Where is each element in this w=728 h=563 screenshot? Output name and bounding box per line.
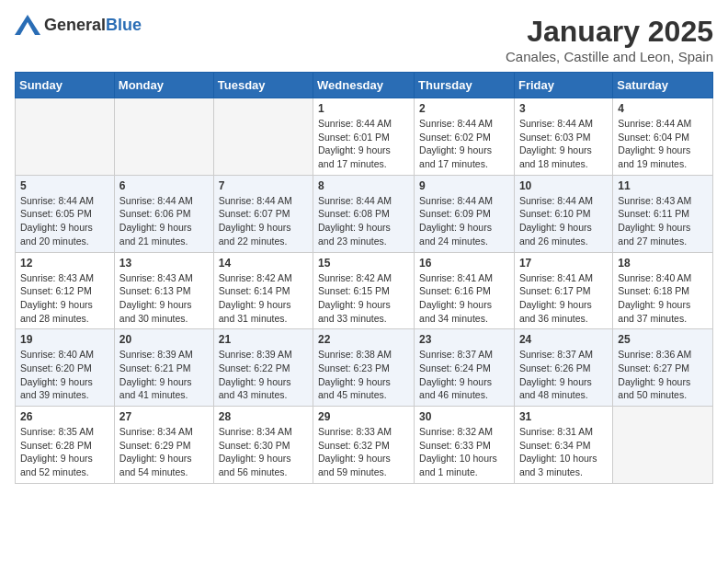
day-number: 13	[119, 257, 209, 270]
day-number: 24	[519, 333, 608, 346]
day-number: 28	[219, 410, 308, 423]
day-cell: 12Sunrise: 8:43 AM Sunset: 6:12 PM Dayli…	[16, 252, 115, 329]
day-info: Sunrise: 8:37 AM Sunset: 6:24 PM Dayligh…	[419, 348, 509, 402]
weekday-header-saturday: Saturday	[613, 73, 713, 98]
day-info: Sunrise: 8:44 AM Sunset: 6:06 PM Dayligh…	[119, 194, 209, 248]
day-info: Sunrise: 8:44 AM Sunset: 6:09 PM Dayligh…	[419, 194, 509, 248]
week-row-1: 1Sunrise: 8:44 AM Sunset: 6:01 PM Daylig…	[16, 98, 713, 176]
day-info: Sunrise: 8:40 AM Sunset: 6:20 PM Dayligh…	[20, 348, 109, 402]
day-cell: 10Sunrise: 8:44 AM Sunset: 6:10 PM Dayli…	[514, 175, 612, 252]
day-cell	[16, 98, 115, 176]
day-info: Sunrise: 8:44 AM Sunset: 6:01 PM Dayligh…	[318, 117, 409, 171]
title-area: January 2025 Canales, Castille and Leon,…	[506, 15, 713, 64]
day-number: 27	[119, 410, 209, 423]
day-number: 7	[219, 179, 308, 192]
day-cell: 14Sunrise: 8:42 AM Sunset: 6:14 PM Dayli…	[213, 252, 313, 329]
day-cell: 17Sunrise: 8:41 AM Sunset: 6:17 PM Dayli…	[514, 252, 612, 329]
day-number: 12	[20, 257, 109, 270]
day-info: Sunrise: 8:39 AM Sunset: 6:22 PM Dayligh…	[219, 348, 308, 402]
week-row-4: 19Sunrise: 8:40 AM Sunset: 6:20 PM Dayli…	[16, 329, 713, 407]
day-number: 19	[20, 333, 109, 346]
week-row-2: 5Sunrise: 8:44 AM Sunset: 6:05 PM Daylig…	[16, 175, 713, 252]
weekday-header-tuesday: Tuesday	[213, 73, 313, 98]
logo-blue: Blue	[106, 16, 142, 34]
day-number: 31	[519, 410, 608, 423]
weekday-header-wednesday: Wednesday	[313, 73, 415, 98]
logo-icon	[15, 15, 40, 35]
day-cell: 1Sunrise: 8:44 AM Sunset: 6:01 PM Daylig…	[313, 98, 415, 176]
day-info: Sunrise: 8:44 AM Sunset: 6:05 PM Dayligh…	[20, 194, 109, 248]
day-cell: 25Sunrise: 8:36 AM Sunset: 6:27 PM Dayli…	[613, 329, 713, 407]
day-cell: 3Sunrise: 8:44 AM Sunset: 6:03 PM Daylig…	[514, 98, 612, 176]
day-cell: 24Sunrise: 8:37 AM Sunset: 6:26 PM Dayli…	[514, 329, 612, 407]
day-cell: 15Sunrise: 8:42 AM Sunset: 6:15 PM Dayli…	[313, 252, 415, 329]
day-cell: 19Sunrise: 8:40 AM Sunset: 6:20 PM Dayli…	[16, 329, 115, 407]
day-info: Sunrise: 8:44 AM Sunset: 6:07 PM Dayligh…	[219, 194, 308, 248]
day-cell: 6Sunrise: 8:44 AM Sunset: 6:06 PM Daylig…	[114, 175, 213, 252]
day-info: Sunrise: 8:34 AM Sunset: 6:30 PM Dayligh…	[219, 425, 308, 479]
day-info: Sunrise: 8:38 AM Sunset: 6:23 PM Dayligh…	[318, 348, 409, 402]
day-info: Sunrise: 8:35 AM Sunset: 6:28 PM Dayligh…	[20, 425, 109, 479]
day-cell: 26Sunrise: 8:35 AM Sunset: 6:28 PM Dayli…	[16, 407, 115, 484]
day-number: 3	[519, 102, 608, 115]
day-number: 11	[618, 179, 708, 192]
day-info: Sunrise: 8:44 AM Sunset: 6:03 PM Dayligh…	[519, 117, 608, 171]
day-cell: 20Sunrise: 8:39 AM Sunset: 6:21 PM Dayli…	[114, 329, 213, 407]
day-cell: 7Sunrise: 8:44 AM Sunset: 6:07 PM Daylig…	[213, 175, 313, 252]
day-info: Sunrise: 8:44 AM Sunset: 6:02 PM Dayligh…	[419, 117, 509, 171]
logo: GeneralBlue	[15, 15, 142, 35]
day-number: 8	[318, 179, 409, 192]
day-number: 17	[519, 257, 608, 270]
day-info: Sunrise: 8:42 AM Sunset: 6:15 PM Dayligh…	[318, 271, 409, 326]
day-cell: 9Sunrise: 8:44 AM Sunset: 6:09 PM Daylig…	[415, 175, 515, 252]
day-number: 25	[618, 333, 708, 346]
day-cell: 30Sunrise: 8:32 AM Sunset: 6:33 PM Dayli…	[415, 407, 515, 484]
day-cell: 4Sunrise: 8:44 AM Sunset: 6:04 PM Daylig…	[613, 98, 713, 176]
day-cell: 5Sunrise: 8:44 AM Sunset: 6:05 PM Daylig…	[16, 175, 115, 252]
day-cell: 16Sunrise: 8:41 AM Sunset: 6:16 PM Dayli…	[415, 252, 515, 329]
calendar-table: SundayMondayTuesdayWednesdayThursdayFrid…	[15, 72, 713, 484]
location-title: Canales, Castille and Leon, Spain	[506, 49, 713, 64]
day-number: 15	[318, 257, 409, 270]
day-cell	[613, 407, 713, 484]
day-cell: 31Sunrise: 8:31 AM Sunset: 6:34 PM Dayli…	[514, 407, 612, 484]
day-info: Sunrise: 8:41 AM Sunset: 6:17 PM Dayligh…	[519, 271, 608, 326]
day-number: 18	[618, 257, 708, 270]
day-cell: 22Sunrise: 8:38 AM Sunset: 6:23 PM Dayli…	[313, 329, 415, 407]
day-number: 21	[219, 333, 308, 346]
weekday-header-row: SundayMondayTuesdayWednesdayThursdayFrid…	[16, 73, 713, 98]
day-number: 30	[419, 410, 509, 423]
day-info: Sunrise: 8:39 AM Sunset: 6:21 PM Dayligh…	[119, 348, 209, 402]
day-number: 1	[318, 102, 409, 115]
weekday-header-thursday: Thursday	[415, 73, 515, 98]
day-cell: 8Sunrise: 8:44 AM Sunset: 6:08 PM Daylig…	[313, 175, 415, 252]
day-info: Sunrise: 8:34 AM Sunset: 6:29 PM Dayligh…	[119, 425, 209, 479]
day-cell: 29Sunrise: 8:33 AM Sunset: 6:32 PM Dayli…	[313, 407, 415, 484]
month-title: January 2025	[506, 15, 713, 49]
day-info: Sunrise: 8:36 AM Sunset: 6:27 PM Dayligh…	[618, 348, 708, 402]
day-info: Sunrise: 8:37 AM Sunset: 6:26 PM Dayligh…	[519, 348, 608, 402]
day-cell: 27Sunrise: 8:34 AM Sunset: 6:29 PM Dayli…	[114, 407, 213, 484]
day-info: Sunrise: 8:31 AM Sunset: 6:34 PM Dayligh…	[519, 425, 608, 479]
day-number: 5	[20, 179, 109, 192]
day-number: 29	[318, 410, 409, 423]
day-number: 14	[219, 257, 308, 270]
day-info: Sunrise: 8:43 AM Sunset: 6:11 PM Dayligh…	[618, 194, 708, 248]
day-number: 26	[20, 410, 109, 423]
day-cell: 23Sunrise: 8:37 AM Sunset: 6:24 PM Dayli…	[415, 329, 515, 407]
day-number: 10	[519, 179, 608, 192]
weekday-header-monday: Monday	[114, 73, 213, 98]
weekday-header-friday: Friday	[514, 73, 612, 98]
day-number: 2	[419, 102, 509, 115]
day-cell	[213, 98, 313, 176]
day-cell: 21Sunrise: 8:39 AM Sunset: 6:22 PM Dayli…	[213, 329, 313, 407]
week-row-5: 26Sunrise: 8:35 AM Sunset: 6:28 PM Dayli…	[16, 407, 713, 484]
logo-general: General	[44, 16, 106, 34]
day-info: Sunrise: 8:33 AM Sunset: 6:32 PM Dayligh…	[318, 425, 409, 479]
day-info: Sunrise: 8:40 AM Sunset: 6:18 PM Dayligh…	[618, 271, 708, 326]
day-info: Sunrise: 8:44 AM Sunset: 6:08 PM Dayligh…	[318, 194, 409, 248]
day-info: Sunrise: 8:32 AM Sunset: 6:33 PM Dayligh…	[419, 425, 509, 479]
day-number: 4	[618, 102, 708, 115]
day-info: Sunrise: 8:42 AM Sunset: 6:14 PM Dayligh…	[219, 271, 308, 326]
day-number: 6	[119, 179, 209, 192]
